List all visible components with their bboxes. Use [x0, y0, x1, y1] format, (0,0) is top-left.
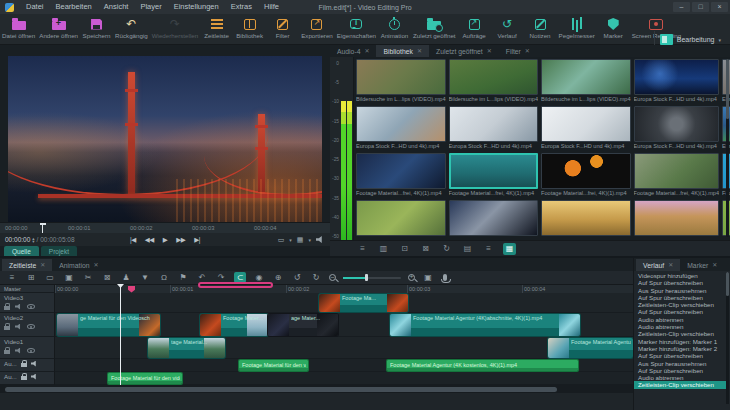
panel-tab-audio-4[interactable]: Audio-4✕	[330, 45, 376, 57]
history-item[interactable]: Audio abtrennen	[634, 316, 726, 323]
library-item[interactable]	[634, 200, 720, 240]
volume-icon[interactable]	[316, 236, 324, 243]
eye-icon[interactable]	[27, 324, 35, 329]
video-clip[interactable]: Footage Material Agentur (...	[548, 338, 633, 358]
verlauf-button[interactable]: ↺Verlauf	[491, 14, 524, 44]
library-item[interactable]: Europa Stock F...HD und 4k).mp4	[634, 106, 720, 151]
history-item[interactable]: Audio abtrennen	[634, 323, 726, 330]
library-item[interactable]: Footage Material...frei, 4K)(1).mp4	[449, 153, 539, 198]
crosshair-tool-icon[interactable]: ⊕	[272, 272, 284, 283]
fit-screen-icon[interactable]: ▭	[278, 236, 285, 244]
library-menu-icon[interactable]: ≡	[356, 243, 369, 255]
speaker-icon[interactable]	[31, 374, 38, 380]
menu-einstellungen[interactable]: Einstellungen	[168, 0, 225, 14]
history-item[interactable]: Auf Spur überschreiben	[634, 352, 726, 359]
history-item[interactable]: Marker hinzufügen: Marker 2	[634, 345, 726, 352]
prev-frame-button[interactable]: ◀◀	[145, 236, 154, 244]
timeline-hscrollbar[interactable]	[0, 385, 633, 393]
chevron-down-icon[interactable]: ▾	[289, 237, 292, 243]
close-icon[interactable]: ✕	[417, 47, 422, 56]
lock-icon[interactable]	[21, 376, 27, 380]
timeline-zoom-slider[interactable]	[343, 277, 401, 279]
video-clip[interactable]: ge Material für den Videosch	[57, 314, 160, 336]
close-icon[interactable]: ✕	[525, 47, 530, 56]
library-refresh-icon[interactable]: ↻	[440, 243, 453, 255]
pegelmesser-button[interactable]: Pegelmesser	[557, 14, 597, 44]
history-item[interactable]: Auf Spur überschreiben	[634, 279, 726, 286]
history-item[interactable]: Zeitleisten-Clip verschieben	[634, 301, 726, 308]
next-frame-button[interactable]: ▶▶	[176, 236, 185, 244]
chevron-down-icon[interactable]: ▾	[308, 237, 311, 243]
exportieren-button[interactable]: Exportieren	[299, 14, 335, 44]
magnet-tool-icon[interactable]: Ω	[158, 272, 170, 283]
rotate-left-icon[interactable]: ↺	[291, 272, 303, 283]
timeline-tab-animation[interactable]: Animation✕	[52, 259, 105, 271]
history-tab-verlauf[interactable]: Verlauf✕	[636, 259, 680, 271]
close-button[interactable]: ×	[711, 2, 728, 12]
split-tool-icon[interactable]: ✂	[82, 272, 94, 283]
record-video-icon[interactable]: ▣	[422, 272, 434, 283]
library-item[interactable]	[356, 200, 446, 240]
panel-tab-filter[interactable]: Filter✕	[499, 45, 537, 57]
r-ckg-ngig-button[interactable]: ↶Rückgängig	[113, 14, 150, 44]
library-item[interactable]: Bildersuche im L...lips (VIDEO).mp4	[356, 59, 446, 104]
filter-button[interactable]: Filter	[266, 14, 299, 44]
eye-icon[interactable]	[27, 304, 35, 309]
library-delete-icon[interactable]: ⊠	[419, 243, 432, 255]
audio-clip[interactable]: Footage Material Agentur (4K kostenlos, …	[387, 360, 578, 371]
eigenschaften-button[interactable]: Eigenschaften	[335, 14, 378, 44]
library-item[interactable]: Bildersuche im L...lips (VIDEO).mp4	[541, 59, 631, 104]
library-preview-icon[interactable]: ⊡	[398, 243, 411, 255]
audio-clip[interactable]: Footage Material für den videosch...	[239, 360, 308, 371]
timecode-spinner[interactable]: ▴▾	[32, 237, 34, 243]
library-item[interactable]: Europa Stock F...HD und 4k).mp4	[541, 106, 631, 151]
library-scrollbar[interactable]	[726, 59, 729, 237]
lock-icon[interactable]	[4, 306, 10, 310]
go-end-button[interactable]: ▶|	[194, 236, 200, 244]
speaker-icon[interactable]	[31, 361, 38, 367]
history-item[interactable]: Auf Spur überschreiben	[634, 294, 726, 301]
library-item[interactable]: Europa Stock F...HD und 4k).mp4	[356, 106, 446, 151]
duplicate-tool-icon[interactable]: ▣	[63, 272, 75, 283]
video-clip[interactable]: age Mater...	[268, 314, 338, 336]
zoom-slider-handle[interactable]	[365, 274, 368, 281]
zoom-out-icon[interactable]: –	[329, 274, 336, 281]
history-item[interactable]: Videospur hinzufügen	[634, 272, 726, 279]
history-item[interactable]: Audio abtrennen	[634, 374, 726, 381]
close-icon[interactable]: ✕	[40, 261, 45, 270]
close-icon[interactable]: ✕	[93, 261, 98, 270]
andere-ffnen-button[interactable]: Andere öffnen	[37, 14, 80, 44]
library-item[interactable]	[449, 200, 539, 240]
video-clip[interactable]: Footage Material Agentur (4K)abschnitte,…	[390, 314, 580, 336]
library-columns-icon[interactable]: ▥	[377, 243, 390, 255]
close-icon[interactable]: ✕	[364, 47, 369, 56]
rotate-right-icon[interactable]: ↻	[310, 272, 322, 283]
zoom-in-icon[interactable]: +	[408, 274, 415, 281]
library-item[interactable]: Europa Stock F...HD und 4k).mp4	[449, 106, 539, 151]
datei-ffnen-button[interactable]: Datei öffnen	[0, 14, 37, 44]
history-item[interactable]: Aus Spur herausnehmen	[634, 360, 726, 367]
history-item[interactable]: Marker hinzufügen: Marker 1	[634, 338, 726, 345]
library-item[interactable]: Bildersuche im L...lips (VIDEO).mp4	[449, 59, 539, 104]
go-start-button[interactable]: |◀	[130, 236, 136, 244]
grid-view-icon[interactable]: ▦	[297, 236, 304, 244]
notizen-button[interactable]: Notizen	[524, 14, 557, 44]
history-item[interactable]: Aus Spur herausnehmen	[634, 287, 726, 294]
close-icon[interactable]: ✕	[487, 47, 492, 56]
library-item[interactable]: Footage Material...frei, 4K)(1).mp4	[541, 153, 631, 198]
maximize-button[interactable]: □	[692, 2, 709, 12]
history-item[interactable]: Zeitleisten-Clip verschieben	[634, 330, 726, 337]
speichern-button[interactable]: Speichern	[80, 14, 113, 44]
ruler-selection-range[interactable]	[198, 282, 273, 288]
view-table-icon[interactable]: ▤	[461, 243, 474, 255]
video-clip[interactable]: tage Material...	[148, 338, 225, 358]
filter-funnel-icon[interactable]: ▼	[139, 272, 151, 283]
zuletzt-ge-ffnet-button[interactable]: Zuletzt geöffnet	[411, 14, 458, 44]
library-item[interactable]: Europa Stock F...HD und 4k).mp4	[634, 59, 720, 104]
history-item[interactable]: Auf Spur überschreiben	[634, 367, 726, 374]
video-clip[interactable]: Footage Ma...	[319, 294, 408, 312]
timeline-ruler[interactable]: 00:00:0000:00:0100:00:0200:00:0300:00:04	[0, 285, 633, 293]
view-list-icon[interactable]: ≡	[482, 243, 495, 255]
menu-datei[interactable]: Datei	[20, 0, 50, 14]
panel-tab-bibliothek[interactable]: Bibliothek✕	[376, 45, 429, 57]
